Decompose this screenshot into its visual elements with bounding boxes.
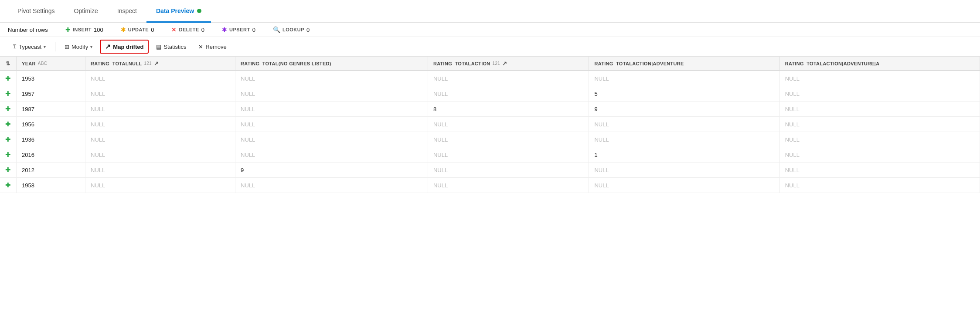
- table-row: ✚ 1953 NULL NULL NULL NULL NULL: [0, 71, 980, 86]
- row-add[interactable]: ✚: [0, 86, 17, 102]
- row-add[interactable]: ✚: [0, 178, 17, 193]
- cell-rating-totalnull: NULL: [85, 102, 235, 117]
- statistics-icon: ▤: [156, 44, 161, 50]
- row-count-label: Number of rows: [8, 27, 48, 33]
- col-rating-totalnull: RATING_TOTALNULL 121 ↗: [85, 57, 235, 71]
- modify-chevron: ▾: [90, 44, 92, 49]
- cell-rating-total-no-genres: NULL: [235, 86, 428, 102]
- cell-rating-totalnull: NULL: [85, 163, 235, 178]
- cell-rating-total-no-genres: NULL: [235, 147, 428, 163]
- add-row-icon[interactable]: ✚: [5, 151, 11, 158]
- cell-rating-totalnull: NULL: [85, 132, 235, 147]
- insert-key: INSERT: [73, 27, 92, 32]
- cell-year: 1953: [17, 71, 85, 86]
- lookup-icon: 🔍: [273, 26, 280, 33]
- table-row: ✚ 1958 NULL NULL NULL NULL NULL: [0, 178, 980, 193]
- cell-rating-totalaction-adventure-a: NULL: [779, 102, 980, 117]
- tab-pivot-settings[interactable]: Pivot Settings: [8, 0, 65, 23]
- insert-icon: ✚: [65, 26, 71, 33]
- add-row-icon[interactable]: ✚: [5, 105, 11, 112]
- typecast-icon: 𝚃: [13, 43, 17, 50]
- cell-rating-totalnull: NULL: [85, 71, 235, 86]
- cell-year: 2012: [17, 163, 85, 178]
- cell-rating-total-no-genres: NULL: [235, 117, 428, 132]
- cell-rating-totalaction-adventure: NULL: [589, 178, 779, 193]
- cell-rating-totalnull: NULL: [85, 117, 235, 132]
- cell-rating-totalaction-adventure-a: NULL: [779, 71, 980, 86]
- col-rating-totalaction-adventure-a-label: RATING_TOTALACTION|ADVENTURE|A: [785, 61, 880, 66]
- cell-rating-totalaction-adventure-a: NULL: [779, 132, 980, 147]
- col-rating-totalaction-map-icon[interactable]: ↗: [502, 60, 507, 67]
- col-rating-totalaction: RATING_TOTALACTION 121 ↗: [428, 57, 589, 71]
- col-rating-totalaction-adventure-label: RATING_TOTALACTION|ADVENTURE: [594, 61, 684, 66]
- update-val: 0: [151, 27, 154, 33]
- add-row-icon[interactable]: ✚: [5, 166, 11, 173]
- update-icon: ✱: [121, 26, 126, 33]
- cell-rating-totalaction: NULL: [428, 117, 589, 132]
- cell-rating-totalaction-adventure-a: NULL: [779, 163, 980, 178]
- col-rating-totalaction-adventure-a: RATING_TOTALACTION|ADVENTURE|A: [779, 57, 980, 71]
- typecast-button[interactable]: 𝚃 Typecast ▾: [8, 41, 51, 53]
- table-row: ✚ 2012 NULL 9 NULL NULL NULL: [0, 163, 980, 178]
- map-drifted-icon: ↗: [105, 43, 111, 51]
- cell-rating-totalaction-adventure: NULL: [589, 132, 779, 147]
- cell-rating-total-no-genres: NULL: [235, 71, 428, 86]
- add-row-icon[interactable]: ✚: [5, 136, 11, 143]
- add-row-icon[interactable]: ✚: [5, 120, 11, 128]
- row-add[interactable]: ✚: [0, 132, 17, 147]
- sep1: [55, 42, 55, 51]
- cell-rating-totalaction: NULL: [428, 132, 589, 147]
- cell-rating-totalaction-adventure-a: NULL: [779, 178, 980, 193]
- delete-icon: ✕: [171, 26, 177, 33]
- tab-optimize[interactable]: Optimize: [65, 0, 108, 23]
- stat-upsert: ✱ UPSERT 0: [222, 26, 255, 33]
- row-add[interactable]: ✚: [0, 163, 17, 178]
- modify-button[interactable]: ⊞ Modify ▾: [60, 41, 97, 53]
- tab-data-preview[interactable]: Data Preview: [146, 0, 211, 23]
- cell-rating-totalaction: NULL: [428, 163, 589, 178]
- statistics-button[interactable]: ▤ Statistics: [151, 41, 191, 53]
- update-key: UPDATE: [128, 27, 149, 32]
- row-add[interactable]: ✚: [0, 147, 17, 163]
- col-row-action: ⇅: [0, 57, 17, 71]
- cell-rating-totalnull: NULL: [85, 147, 235, 163]
- add-row-icon[interactable]: ✚: [5, 90, 11, 97]
- cell-rating-totalaction-adventure: 9: [589, 102, 779, 117]
- cell-rating-total-no-genres: NULL: [235, 132, 428, 147]
- data-preview-dot: [197, 9, 201, 13]
- col-year-label: YEAR: [22, 61, 36, 66]
- table-row: ✚ 1936 NULL NULL NULL NULL NULL: [0, 132, 980, 147]
- lookup-val: 0: [306, 27, 310, 33]
- tab-inspect[interactable]: Inspect: [108, 0, 146, 23]
- add-row-icon[interactable]: ✚: [5, 181, 11, 189]
- cell-rating-totalaction: 8: [428, 102, 589, 117]
- tab-data-preview-label: Data Preview: [156, 7, 194, 14]
- cell-rating-totalnull: NULL: [85, 178, 235, 193]
- row-add[interactable]: ✚: [0, 102, 17, 117]
- table-body: ✚ 1953 NULL NULL NULL NULL NULL ✚ 1957 N…: [0, 71, 980, 193]
- cell-year: 1956: [17, 117, 85, 132]
- cell-rating-totalaction-adventure-a: NULL: [779, 147, 980, 163]
- lookup-key: LOOKUP: [282, 27, 304, 32]
- map-drifted-button[interactable]: ↗ Map drifted: [100, 40, 149, 54]
- col-year: YEAR abc: [17, 57, 85, 71]
- cell-year: 1987: [17, 102, 85, 117]
- cell-rating-totalaction-adventure-a: NULL: [779, 117, 980, 132]
- row-add[interactable]: ✚: [0, 117, 17, 132]
- table-row: ✚ 1987 NULL NULL 8 9 NULL: [0, 102, 980, 117]
- table-row: ✚ 1957 NULL NULL NULL 5 NULL: [0, 86, 980, 102]
- cell-year: 1958: [17, 178, 85, 193]
- col-rating-total-no-genres: RATING_TOTAL(NO GENRES LISTED): [235, 57, 428, 71]
- cell-rating-total-no-genres: NULL: [235, 102, 428, 117]
- sort-icon[interactable]: ⇅: [6, 61, 10, 67]
- stat-lookup: 🔍 LOOKUP 0: [273, 26, 310, 33]
- remove-label: Remove: [205, 44, 226, 50]
- col-rating-totalnull-type: 121: [144, 61, 152, 66]
- upsert-icon: ✱: [222, 26, 227, 33]
- stat-insert: ✚ INSERT 100: [65, 26, 103, 33]
- data-table-wrapper: ⇅ YEAR abc RATING_TOTALNULL 121 ↗: [0, 57, 980, 193]
- col-rating-totalnull-map-icon[interactable]: ↗: [154, 60, 159, 67]
- row-add[interactable]: ✚: [0, 71, 17, 86]
- add-row-icon[interactable]: ✚: [5, 75, 11, 82]
- remove-button[interactable]: ✕ Remove: [194, 41, 231, 53]
